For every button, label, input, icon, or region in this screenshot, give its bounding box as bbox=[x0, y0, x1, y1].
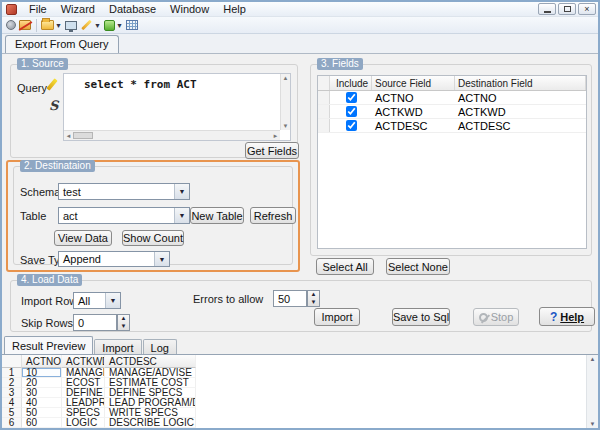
chevron-down-icon[interactable]: ▼ bbox=[116, 22, 123, 29]
result-row: 220ECOSTESTIMATE COST bbox=[2, 378, 598, 388]
chevron-down-icon[interactable]: ▼ bbox=[94, 22, 101, 29]
menu-wizard[interactable]: Wizard bbox=[54, 2, 102, 17]
row-number[interactable]: 1 bbox=[2, 368, 22, 378]
spin-up-icon[interactable]: ▲ bbox=[308, 291, 319, 299]
computer-toolbar-button[interactable] bbox=[64, 18, 78, 33]
row-number[interactable]: 3 bbox=[2, 388, 22, 398]
actkwd-cell[interactable]: LOGIC bbox=[62, 418, 105, 428]
actno-cell[interactable]: 30 bbox=[22, 388, 62, 398]
disconnect-toolbar-button[interactable] bbox=[18, 18, 32, 33]
header-actno: ACTNO bbox=[22, 355, 62, 368]
app-window: FileWizardDatabaseWindowHelp × ▼▼▼ Expor… bbox=[0, 0, 600, 430]
query-hscrollbar[interactable]: ◄ ► bbox=[64, 130, 280, 140]
refresh-button[interactable]: Refresh bbox=[250, 207, 296, 224]
row-number[interactable]: 5 bbox=[2, 408, 22, 418]
actno-cell[interactable]: 20 bbox=[22, 378, 62, 388]
chevron-down-icon[interactable]: ▼ bbox=[55, 22, 62, 29]
actno-cell[interactable]: 50 bbox=[22, 408, 62, 418]
row-selector[interactable] bbox=[318, 91, 330, 104]
actdesc-cell[interactable]: WRITE SPECS bbox=[105, 408, 196, 418]
errors-to-allow-input[interactable]: 50 bbox=[273, 290, 307, 307]
tab-result-preview[interactable]: Result Preview bbox=[4, 336, 93, 354]
actdesc-cell[interactable]: DEFINE SPECS bbox=[105, 388, 196, 398]
run-toolbar-button[interactable]: ▼ bbox=[103, 18, 124, 33]
table-value: act bbox=[59, 210, 174, 222]
skip-rows-input[interactable]: 0 bbox=[73, 314, 117, 331]
sql-icon[interactable]: S bbox=[49, 98, 58, 113]
select-none-button[interactable]: Select None bbox=[386, 258, 450, 275]
scroll-up-icon[interactable]: ▲ bbox=[281, 75, 290, 81]
edit-query-icon[interactable] bbox=[46, 78, 57, 91]
import-rows-select[interactable]: All ▼ bbox=[73, 292, 121, 309]
errors-spinner[interactable]: ▲▼ bbox=[307, 290, 320, 307]
view-data-button[interactable]: View Data bbox=[54, 230, 112, 246]
get-fields-button[interactable]: Get Fields bbox=[245, 142, 299, 159]
tab-log[interactable]: Log bbox=[143, 339, 177, 354]
schema-select[interactable]: test ▼ bbox=[58, 183, 190, 200]
minimize-button[interactable] bbox=[538, 3, 556, 15]
actdesc-cell[interactable]: MANAGE/ADVISE bbox=[105, 368, 196, 378]
spin-up-icon[interactable]: ▲ bbox=[118, 315, 129, 323]
actkwd-cell[interactable]: LEADPR bbox=[62, 398, 105, 408]
help-button[interactable]: ?Help bbox=[539, 307, 595, 326]
row-selector[interactable] bbox=[318, 119, 330, 132]
scroll-down-icon[interactable]: ▼ bbox=[281, 123, 290, 129]
scroll-left-icon[interactable]: ◄ bbox=[64, 133, 73, 139]
row-number[interactable]: 6 bbox=[2, 418, 22, 428]
include-checkbox[interactable] bbox=[346, 106, 357, 117]
query-vscrollbar[interactable]: ▲ ▼ bbox=[280, 74, 290, 130]
open-file-toolbar-button[interactable]: ▼ bbox=[40, 18, 63, 33]
skip-rows-spinner[interactable]: ▲▼ bbox=[117, 314, 130, 331]
spin-down-icon[interactable]: ▼ bbox=[308, 299, 319, 307]
grid-vscrollbar[interactable]: ▲ ▼ bbox=[586, 355, 598, 428]
row-selector[interactable] bbox=[318, 105, 330, 118]
import-button[interactable]: Import bbox=[314, 308, 360, 326]
menu-database[interactable]: Database bbox=[102, 2, 163, 17]
scroll-right-icon[interactable]: ► bbox=[271, 133, 280, 139]
actdesc-cell[interactable]: ESTIMATE COST bbox=[105, 378, 196, 388]
actkwd-cell[interactable]: DEFINE bbox=[62, 388, 105, 398]
row-number[interactable]: 2 bbox=[2, 378, 22, 388]
actno-cell[interactable]: 10 bbox=[22, 368, 62, 378]
actno-cell[interactable]: 40 bbox=[22, 398, 62, 408]
row-number[interactable]: 4 bbox=[2, 398, 22, 408]
help-label: Help bbox=[560, 311, 584, 323]
select-all-button[interactable]: Select All bbox=[316, 258, 374, 275]
actkwd-cell[interactable]: SPECS bbox=[62, 408, 105, 418]
menu-window[interactable]: Window bbox=[163, 2, 216, 17]
header-destination-field: Destination Field bbox=[455, 76, 586, 90]
tab-import[interactable]: Import bbox=[94, 339, 141, 354]
include-checkbox[interactable] bbox=[346, 92, 357, 103]
tab-export-from-query[interactable]: Export From Query bbox=[5, 35, 119, 53]
scroll-down-icon[interactable]: ▼ bbox=[587, 421, 598, 427]
spin-down-icon[interactable]: ▼ bbox=[118, 323, 129, 331]
actdesc-cell[interactable]: LEAD PROGRAM/DESIGN bbox=[105, 398, 196, 408]
actno-cell[interactable]: 60 bbox=[22, 418, 62, 428]
restore-button[interactable] bbox=[558, 3, 576, 15]
save-to-sql-button[interactable]: Save to Sql bbox=[392, 308, 450, 326]
scroll-up-icon[interactable]: ▲ bbox=[587, 356, 598, 362]
tab-strip: Export From Query bbox=[2, 34, 598, 53]
new-table-button[interactable]: New Table bbox=[190, 207, 244, 224]
save-type-select[interactable]: Append ▼ bbox=[58, 251, 170, 267]
minimize-icon bbox=[544, 11, 551, 13]
query-editor[interactable]: select * from ACT ▲ ▼ ◄ ► bbox=[63, 73, 291, 141]
close-button[interactable]: × bbox=[578, 3, 596, 15]
actkwd-cell[interactable]: ECOST bbox=[62, 378, 105, 388]
connect-toolbar-button[interactable] bbox=[5, 18, 17, 33]
scroll-thumb[interactable] bbox=[73, 132, 93, 139]
include-checkbox[interactable] bbox=[346, 120, 357, 131]
menu-file[interactable]: File bbox=[22, 2, 54, 17]
actdesc-cell[interactable]: DESCRIBE LOGIC bbox=[105, 418, 196, 428]
table-toolbar-button[interactable] bbox=[125, 18, 139, 33]
show-count-button[interactable]: Show Count bbox=[122, 230, 184, 246]
load-data-section: 4. Load Data Import Rows All ▼ Errors to… bbox=[10, 280, 592, 332]
table-select[interactable]: act ▼ bbox=[58, 207, 190, 224]
connect-icon bbox=[6, 20, 16, 30]
actkwd-cell[interactable]: MANAGE bbox=[62, 368, 105, 378]
main-panel: 1. Source Query S select * from ACT ▲ ▼ … bbox=[2, 53, 598, 428]
menu-help[interactable]: Help bbox=[216, 2, 253, 17]
wand-toolbar-button[interactable]: ▼ bbox=[79, 18, 102, 33]
toolbar-separator bbox=[36, 19, 37, 32]
result-grid-header: ACTNO ACTKWD ACTDESC bbox=[2, 355, 598, 368]
